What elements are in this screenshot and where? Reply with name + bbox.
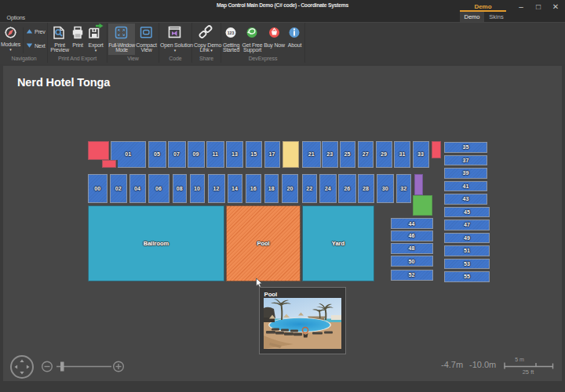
svg-text:123: 123 xyxy=(228,31,235,35)
svg-text:25 ft: 25 ft xyxy=(523,368,535,376)
svg-text:5 m: 5 m xyxy=(515,357,524,362)
